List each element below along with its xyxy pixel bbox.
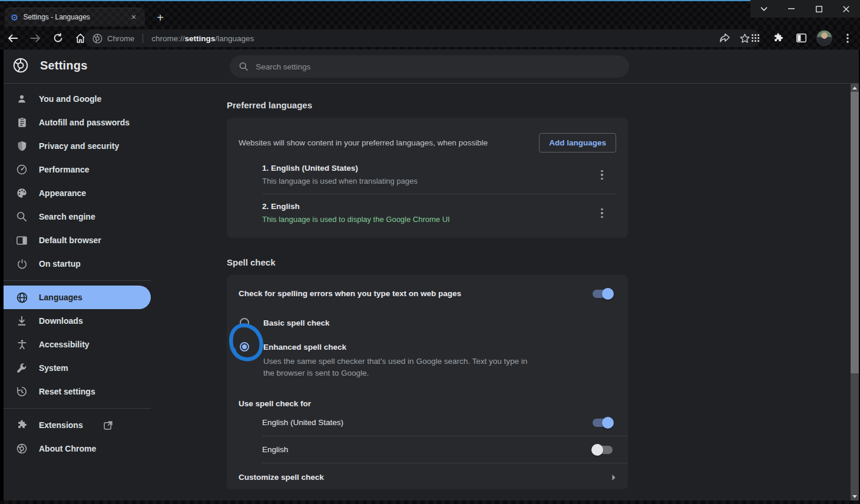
history-restore-icon (16, 386, 28, 397)
page-title: Settings (40, 59, 88, 72)
tab-close-icon[interactable]: × (128, 12, 139, 22)
settings-search[interactable] (230, 55, 629, 78)
palette-icon (16, 187, 28, 199)
sidebar-divider (4, 280, 151, 281)
tab-title: Settings - Languages (23, 13, 124, 21)
share-icon[interactable] (717, 31, 732, 46)
browser-tab[interactable]: ⚙ Settings - Languages × (5, 8, 145, 26)
browser-menu-kebab-icon[interactable] (840, 31, 855, 46)
basic-spell-check-radio[interactable] (240, 318, 249, 327)
reload-icon[interactable] (49, 30, 66, 47)
spell-check-master-row[interactable]: Check for spelling errors when you type … (227, 275, 628, 304)
person-icon (16, 93, 28, 105)
minimize-button[interactable] (778, 0, 806, 18)
english-us-toggle[interactable] (593, 419, 613, 427)
window-titlebar: ⚙ Settings - Languages × + (0, 0, 860, 26)
spell-check-card: Check for spelling errors when you type … (227, 275, 628, 489)
omnibox-separator (143, 34, 143, 43)
settings-sidebar: You and Google Autofill and passwords Pr… (4, 87, 151, 460)
download-icon (16, 315, 28, 327)
enhanced-spell-check-option[interactable]: Enhanced spell check Uses the same spell… (227, 336, 628, 384)
customize-spell-check-row[interactable]: Customize spell check (227, 463, 628, 491)
more-actions-kebab-icon[interactable] (595, 168, 609, 182)
search-icon (239, 62, 248, 71)
language-row-english-us[interactable]: 1. English (United States) This language… (239, 156, 616, 194)
preferred-languages-heading: Preferred languages (227, 100, 628, 110)
sidebar-item-you-and-google[interactable]: You and Google (4, 87, 151, 111)
sidebar-item-privacy[interactable]: Privacy and security (4, 134, 151, 158)
settings-header: Settings (4, 49, 859, 84)
puzzle-icon (16, 419, 28, 431)
language-row-english[interactable]: 2. English This language is used to disp… (239, 194, 616, 232)
sidebar-divider (4, 408, 151, 409)
sidebar-item-on-startup[interactable]: On startup (4, 252, 151, 276)
apps-grid-icon[interactable] (747, 31, 763, 46)
globe-icon (16, 291, 28, 303)
new-tab-button[interactable]: + (153, 11, 167, 25)
spell-check-language-row-english[interactable]: English (227, 436, 628, 463)
sidebar-item-extensions[interactable]: Extensions (4, 413, 151, 437)
extensions-puzzle-icon[interactable] (770, 31, 786, 46)
browser-window-icon (16, 234, 28, 246)
sidebar-item-downloads[interactable]: Downloads (4, 309, 151, 333)
close-window-button[interactable] (833, 0, 860, 18)
sidebar-item-accessibility[interactable]: Accessibility (4, 333, 151, 356)
magnifier-icon (16, 211, 28, 223)
settings-main: Preferred languages Websites will show c… (227, 84, 628, 489)
more-actions-kebab-icon[interactable] (595, 206, 609, 220)
sidebar-item-performance[interactable]: Performance (4, 158, 151, 181)
settings-gear-favicon: ⚙ (11, 13, 18, 22)
sidebar-item-appearance[interactable]: Appearance (4, 181, 151, 205)
window-controls (750, 0, 860, 18)
chevron-right-icon (611, 474, 616, 481)
sidebar-item-system[interactable]: System (4, 356, 151, 380)
use-spell-check-for-heading: Use spell check for (227, 384, 628, 409)
enhanced-spell-check-radio[interactable] (240, 342, 249, 352)
add-languages-button[interactable]: Add languages (539, 133, 616, 152)
profile-avatar[interactable] (816, 30, 832, 46)
sidebar-item-search-engine[interactable]: Search engine (4, 205, 151, 228)
spell-check-language-row-english-us[interactable]: English (United States) (227, 409, 628, 436)
side-panel-icon[interactable] (793, 31, 809, 46)
maximize-button[interactable] (805, 0, 833, 18)
external-link-icon (102, 419, 114, 431)
shield-icon (16, 140, 28, 152)
omnibox[interactable]: Chrome chrome://settings/languages (84, 29, 760, 47)
scroll-up-arrow-icon[interactable] (851, 84, 859, 92)
tab-search-chevron-icon[interactable] (750, 0, 778, 18)
power-icon (16, 258, 28, 270)
omnibox-origin-label: Chrome (107, 34, 134, 43)
search-input[interactable] (256, 62, 620, 71)
scrollbar[interactable] (851, 84, 859, 500)
chrome-logo-icon (92, 34, 102, 44)
spell-check-master-toggle[interactable] (593, 290, 613, 298)
back-icon[interactable] (5, 30, 21, 47)
preferred-languages-intro: Websites will show content in your prefe… (239, 138, 488, 147)
scrollbar-thumb[interactable] (851, 92, 859, 373)
enhanced-spell-check-description: Uses the same spell checker that’s used … (263, 356, 530, 379)
sidebar-item-about-chrome[interactable]: About Chrome (4, 437, 151, 460)
basic-spell-check-option[interactable]: Basic spell check (227, 312, 628, 333)
english-toggle[interactable] (593, 446, 613, 454)
browser-toolbar: Chrome chrome://settings/languages (0, 26, 860, 49)
sidebar-item-reset[interactable]: Reset settings (4, 380, 151, 403)
wrench-icon (16, 362, 28, 374)
chrome-logo-icon (16, 443, 28, 455)
chrome-logo-icon (13, 58, 28, 73)
sidebar-item-autofill[interactable]: Autofill and passwords (4, 111, 151, 134)
sidebar-item-languages[interactable]: Languages (4, 286, 151, 309)
spell-check-heading: Spell check (227, 257, 628, 267)
window-top-accent (0, 0, 860, 1)
accessibility-person-icon (16, 339, 28, 350)
settings-content: You and Google Autofill and passwords Pr… (4, 84, 859, 500)
sidebar-item-default-browser[interactable]: Default browser (4, 228, 151, 252)
scroll-down-arrow-icon[interactable] (851, 492, 859, 500)
preferred-languages-card: Websites will show content in your prefe… (227, 118, 628, 238)
window-bottom-edge (0, 500, 860, 504)
omnibox-url: chrome://settings/languages (151, 34, 254, 43)
speedometer-icon (16, 164, 28, 175)
clipboard-icon (16, 117, 28, 128)
forward-icon[interactable] (27, 30, 44, 47)
